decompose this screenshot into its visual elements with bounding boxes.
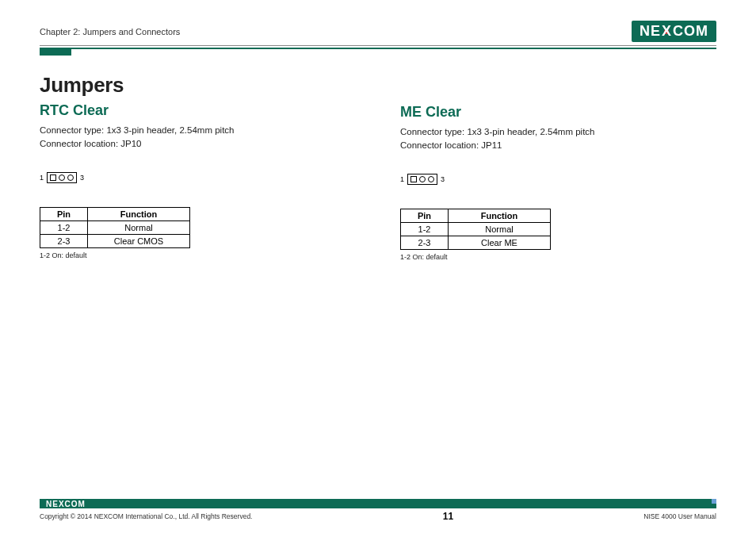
- copyright-text: Copyright © 2014 NEXCOM International Co…: [40, 512, 252, 520]
- pin-header-icon: [47, 172, 77, 183]
- header-rule-thin: [40, 45, 716, 46]
- pin-table-me: Pin Function 1-2 Normal 2-3 Clear ME: [400, 209, 551, 250]
- page-title: Jumpers: [40, 73, 356, 98]
- th-pin: Pin: [401, 209, 449, 222]
- cell-function: Normal: [88, 220, 190, 234]
- brand-logo-box: NEXCOM: [632, 21, 716, 42]
- footer-bar: NEXCOM: [40, 499, 716, 508]
- left-column: Jumpers RTC Clear Connector type: 1x3 3-…: [40, 73, 356, 261]
- pin-table-rtc: Pin Function 1-2 Normal 2-3 Clear CMOS: [40, 207, 190, 248]
- pin-3-round-icon: [67, 174, 74, 181]
- footer-brand: NEXCOM: [40, 500, 86, 508]
- page-footer: NEXCOM Copyright © 2014 NEXCOM Internati…: [40, 499, 716, 522]
- pin-1-square-icon: [410, 176, 417, 182]
- pin-header-icon: [407, 174, 437, 185]
- right-column: ME Clear Connector type: 1x3 3-pin heade…: [400, 73, 716, 261]
- cell-pin: 1-2: [401, 222, 449, 236]
- header-rule-green: [40, 48, 716, 49]
- pin-diagram-rtc: 1 3: [40, 172, 356, 183]
- table-row: 1-2 Normal: [40, 220, 190, 234]
- pin-2-round-icon: [419, 176, 426, 182]
- pin-label-3: 3: [441, 175, 445, 183]
- connector-type-me: Connector type: 1x3 3-pin header, 2.54mm…: [400, 125, 716, 139]
- pin-diagram-me: 1 3: [400, 174, 716, 185]
- pin-2-round-icon: [59, 174, 65, 181]
- brand-logo: NEXCOM: [632, 21, 716, 42]
- footer-ornament-icon: [702, 499, 716, 508]
- pin-3-round-icon: [428, 176, 434, 182]
- table-note-rtc: 1-2 On: default: [40, 251, 356, 259]
- pin-label-1: 1: [40, 174, 44, 182]
- table-note-me: 1-2 On: default: [400, 253, 716, 261]
- cell-function: Clear ME: [449, 236, 551, 249]
- th-function: Function: [449, 209, 551, 222]
- chapter-title: Chapter 2: Jumpers and Connectors: [40, 27, 180, 36]
- pin-1-square-icon: [50, 174, 56, 181]
- pin-label-1: 1: [400, 175, 404, 183]
- th-pin: Pin: [40, 207, 88, 220]
- footer-bottom: Copyright © 2014 NEXCOM International Co…: [40, 511, 716, 522]
- page-number: 11: [443, 511, 453, 522]
- header-tab-marker: [40, 48, 71, 56]
- connector-location-rtc: Connector location: JP10: [40, 137, 356, 151]
- connector-location-me: Connector location: JP11: [400, 139, 716, 152]
- main-content: Jumpers RTC Clear Connector type: 1x3 3-…: [40, 49, 716, 261]
- manual-name: NISE 4000 User Manual: [643, 512, 716, 520]
- cell-pin: 2-3: [401, 236, 449, 249]
- cell-pin: 1-2: [40, 220, 88, 234]
- connector-type-rtc: Connector type: 1x3 3-pin header, 2.54mm…: [40, 124, 356, 137]
- section-title-me: ME Clear: [400, 104, 716, 121]
- cell-function: Normal: [449, 222, 551, 236]
- section-title-rtc: RTC Clear: [40, 102, 356, 119]
- cell-pin: 2-3: [40, 234, 88, 247]
- pin-label-3: 3: [80, 174, 84, 182]
- th-function: Function: [88, 207, 190, 220]
- page-header: Chapter 2: Jumpers and Connectors NEXCOM: [40, 21, 716, 42]
- cell-function: Clear CMOS: [88, 234, 190, 247]
- table-row: 1-2 Normal: [401, 222, 551, 236]
- table-row: 2-3 Clear ME: [401, 236, 551, 249]
- table-row: 2-3 Clear CMOS: [40, 234, 190, 247]
